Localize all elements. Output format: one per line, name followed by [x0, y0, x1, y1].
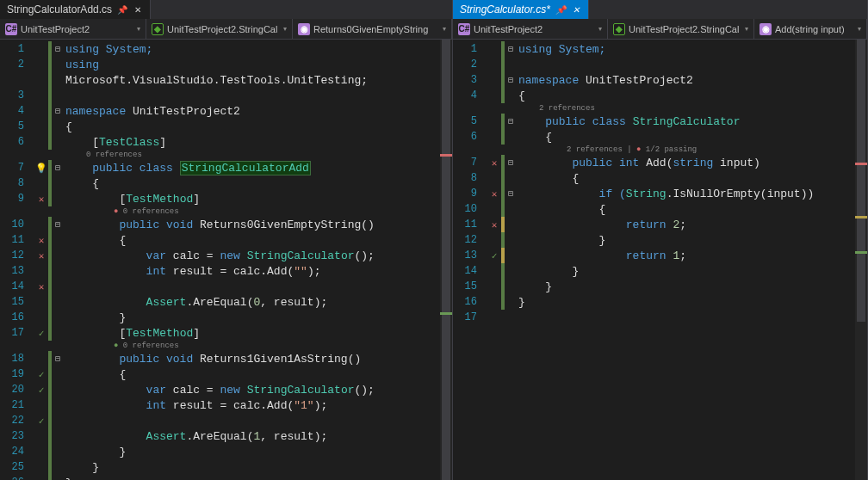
- fold-icon[interactable]: ⊟: [505, 75, 517, 85]
- codelens[interactable]: 0 references: [0, 150, 452, 160]
- fold-icon[interactable]: ⊟: [52, 354, 64, 364]
- fold-icon[interactable]: ⊟: [52, 219, 64, 230]
- scrollbar-thumb[interactable]: [857, 40, 865, 322]
- scrollbar-thumb[interactable]: [442, 40, 450, 480]
- test-fail-icon: ✕: [487, 219, 501, 231]
- nav-member-label: Add(string input): [775, 24, 845, 34]
- code-lines-left: 1⊟using System; 2using Microsoft.VisualS…: [0, 40, 452, 480]
- close-icon[interactable]: ✕: [133, 4, 143, 15]
- chevron-down-icon: ▾: [137, 25, 140, 33]
- test-pass-icon: ✓: [34, 369, 48, 380]
- method-icon: ◉: [760, 23, 772, 35]
- nav-bar-right: C# UnitTestProject2 ▾ ◆ UnitTestProject2…: [453, 19, 867, 40]
- nav-member[interactable]: ◉ Add(string input) ▾: [754, 19, 867, 39]
- tab-title: StringCalculator.cs*: [460, 3, 550, 15]
- project-icon: C#: [5, 23, 17, 35]
- close-icon[interactable]: ✕: [571, 4, 581, 15]
- code-editor-right[interactable]: ⬍ 1⊟using System; 2 3⊟namespace UnitTest…: [453, 40, 867, 480]
- test-fail-icon: ✕: [487, 157, 501, 169]
- class-icon: ◆: [613, 23, 625, 35]
- tab-bar-left: StringCalculatorAdd.cs 📌 ✕: [0, 0, 452, 19]
- tab-title: StringCalculatorAdd.cs: [7, 3, 112, 15]
- test-pass-icon: ✓: [487, 250, 501, 262]
- test-fail-icon: ✕: [34, 235, 48, 246]
- pin-icon[interactable]: 📌: [555, 4, 566, 15]
- fold-icon[interactable]: ⊟: [52, 44, 64, 54]
- chevron-down-icon: ▾: [858, 25, 861, 33]
- scroll-marker-pass: [855, 251, 867, 254]
- nav-class-label: UnitTestProject2.StringCal: [167, 24, 277, 34]
- fold-icon[interactable]: ⊟: [52, 163, 64, 173]
- nav-project-label: UnitTestProject2: [474, 24, 542, 34]
- code-lines-right: 1⊟using System; 2 3⊟namespace UnitTestPr…: [453, 40, 867, 325]
- scrollbar-vertical[interactable]: [855, 40, 867, 480]
- nav-bar-left: C# UnitTestProject2 ▾ ◆ UnitTestProject2…: [0, 19, 452, 40]
- scroll-marker-change: [855, 216, 867, 218]
- nav-project-label: UnitTestProject2: [21, 24, 90, 34]
- scroll-marker-pass: [440, 312, 452, 315]
- pin-icon[interactable]: 📌: [117, 4, 127, 15]
- fold-icon[interactable]: ⊟: [52, 106, 64, 116]
- fold-icon[interactable]: ⊟: [505, 116, 517, 126]
- project-icon: C#: [458, 23, 470, 35]
- fold-icon[interactable]: ⊟: [505, 44, 517, 54]
- codelens[interactable]: ● 0 references: [0, 206, 452, 217]
- test-fail-icon: ✕: [34, 250, 48, 262]
- nav-class-label: UnitTestProject2.StringCal: [629, 24, 739, 34]
- chevron-down-icon: ▾: [283, 25, 287, 33]
- nav-class[interactable]: ◆ UnitTestProject2.StringCal ▾: [146, 19, 293, 39]
- nav-project[interactable]: C# UnitTestProject2 ▾: [0, 19, 146, 39]
- fold-icon[interactable]: ⊟: [505, 188, 517, 199]
- scroll-marker-fail: [440, 154, 452, 157]
- nav-class[interactable]: ◆ UnitTestProject2.StringCal ▾: [608, 19, 754, 39]
- test-pass-icon: ✓: [34, 328, 48, 339]
- chevron-down-icon: ▾: [745, 25, 748, 33]
- test-pass-icon: ✓: [34, 415, 48, 427]
- chevron-down-icon: ▾: [443, 25, 446, 33]
- codelens[interactable]: 2 references | ● 1/2 passing: [453, 145, 867, 155]
- codelens[interactable]: ● 0 references: [0, 341, 452, 351]
- nav-member-label: Returns0GivenEmptyString: [313, 24, 428, 34]
- test-fail-icon: ✕: [34, 194, 48, 205]
- lightbulb-icon[interactable]: 💡: [34, 163, 48, 174]
- code-editor-left[interactable]: ⬍ 1⊟using System; 2using Microsoft.Visua…: [0, 40, 452, 480]
- test-fail-icon: ✕: [34, 281, 48, 292]
- chevron-down-icon: ▾: [598, 25, 602, 33]
- test-pass-icon: ✓: [34, 385, 48, 396]
- nav-member[interactable]: ◉ Returns0GivenEmptyString ▾: [293, 19, 452, 39]
- editor-pane-left: StringCalculatorAdd.cs 📌 ✕ C# UnitTestPr…: [0, 0, 453, 480]
- scrollbar-vertical[interactable]: [440, 40, 452, 480]
- tab-bar-right: StringCalculator.cs* 📌 ✕: [453, 0, 867, 19]
- nav-project[interactable]: C# UnitTestProject2 ▾: [453, 19, 608, 39]
- class-icon: ◆: [152, 23, 164, 35]
- test-fail-icon: ✕: [487, 188, 501, 200]
- tab-right-file[interactable]: StringCalculator.cs* 📌 ✕: [453, 0, 589, 19]
- tab-left-file[interactable]: StringCalculatorAdd.cs 📌 ✕: [0, 0, 151, 19]
- fold-icon[interactable]: ⊟: [505, 157, 517, 168]
- method-icon: ◉: [298, 23, 310, 35]
- editor-pane-right: StringCalculator.cs* 📌 ✕ C# UnitTestProj…: [453, 0, 868, 480]
- codelens[interactable]: 2 references: [453, 103, 867, 114]
- scroll-marker-fail: [855, 163, 867, 165]
